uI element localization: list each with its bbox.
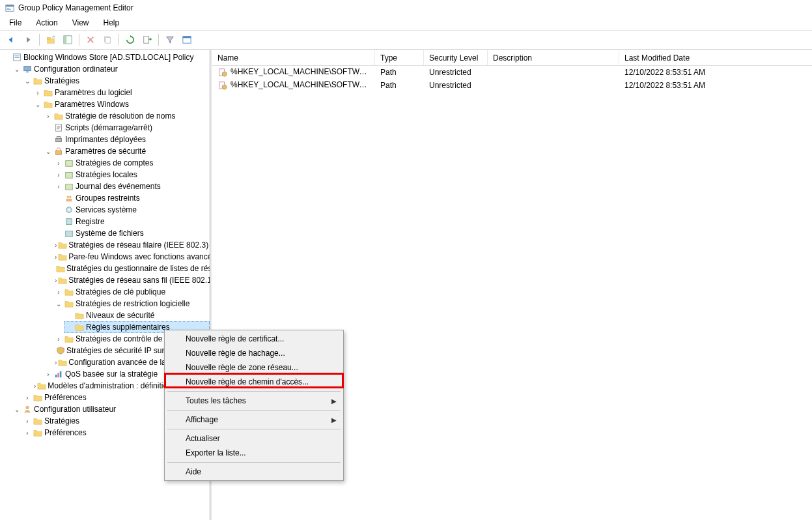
app-icon [5, 3, 14, 12]
col-security[interactable]: Security Level [424, 50, 488, 65]
expand-twisty[interactable]: › [44, 370, 52, 378]
ctx-help[interactable]: Aide [166, 465, 342, 479]
tree-public-key[interactable]: ›Stratégies de clé publique [53, 286, 210, 298]
tree-account-policies[interactable]: ›Stratégies de comptes [53, 157, 210, 169]
tree-firewall[interactable]: ›Pare-feu Windows avec fonctions avancée… [53, 251, 210, 263]
expand-twisty[interactable]: › [34, 382, 36, 390]
menu-action[interactable]: Action [29, 17, 64, 29]
tree-strategies[interactable]: ⌄Stratégies [22, 75, 210, 87]
forward-button[interactable] [21, 33, 35, 47]
col-type[interactable]: Type [375, 50, 424, 65]
filter-button[interactable] [163, 33, 177, 47]
tree-label: Services système [76, 205, 137, 214]
expand-twisty[interactable]: › [55, 182, 63, 190]
col-description[interactable]: Description [488, 50, 619, 65]
expand-twisty[interactable]: › [55, 358, 57, 366]
ctx-separator [167, 429, 341, 429]
tree-root[interactable]: Blocking Windows Store [AD.STD.LOCAL] Po… [1, 51, 210, 63]
expand-twisty[interactable]: › [34, 89, 42, 96]
list-rows: %HKEY_LOCAL_MACHINE\SOFTWARE\... Path Un… [212, 66, 812, 92]
tree-list-manager[interactable]: Stratégies du gestionnaire de listes de … [53, 263, 210, 274]
tree-file-system[interactable]: Système de fichiers [53, 227, 210, 239]
expand-twisty[interactable]: › [55, 335, 63, 343]
ctx-new-hash-rule[interactable]: Nouvelle règle de hachage... [166, 346, 342, 360]
ctx-new-path-rule[interactable]: Nouvelle règle de chemin d'accès... [166, 375, 342, 389]
ctx-new-cert-rule[interactable]: Nouvelle règle de certificat... [166, 332, 342, 346]
cell-name: %HKEY_LOCAL_MACHINE\SOFTWARE\... [212, 80, 375, 91]
expand-twisty[interactable]: › [23, 429, 31, 437]
expand-twisty[interactable]: › [55, 171, 63, 179]
tree-security-settings[interactable]: ⌄Paramètres de sécurité [43, 145, 210, 157]
ctx-all-tasks[interactable]: Toutes les tâches▶ [166, 394, 342, 408]
tree-label: Préférences [44, 393, 87, 402]
tree-computer-config[interactable]: ⌄ Configuration ordinateur [12, 63, 210, 75]
expand-twisty[interactable]: › [44, 112, 52, 120]
tree-restricted-groups[interactable]: Groupes restreints [53, 192, 210, 204]
col-name[interactable]: Name [212, 50, 375, 65]
collapse-twisty[interactable]: ⌄ [55, 300, 63, 308]
tree-wired-network[interactable]: ›Stratégies de réseau filaire (IEEE 802.… [53, 239, 210, 251]
submenu-arrow-icon: ▶ [331, 397, 337, 405]
context-menu: Nouvelle règle de certificat... Nouvelle… [164, 330, 344, 481]
ctx-new-zone-rule[interactable]: Nouvelle règle de zone réseau... [166, 360, 342, 375]
show-hide-tree-button[interactable] [61, 33, 75, 47]
expand-twisty[interactable]: › [55, 241, 57, 249]
up-button[interactable] [44, 33, 58, 47]
printer-icon [53, 134, 64, 145]
tree-name-resolution[interactable]: ›Stratégie de résolution de noms [43, 110, 210, 122]
tree-label: Groupes restreints [76, 194, 140, 203]
tree-software-restriction[interactable]: ⌄Stratégies de restriction logicielle [53, 298, 210, 310]
ctx-export[interactable]: Exporter la liste... [166, 446, 342, 460]
tree-event-log[interactable]: ›Journal des événements [53, 181, 210, 192]
collapse-twisty[interactable]: ⌄ [13, 65, 21, 73]
expand-twisty[interactable]: › [23, 394, 31, 401]
menu-file[interactable]: File [3, 17, 28, 29]
collapse-twisty[interactable]: ⌄ [23, 77, 31, 85]
collapse-twisty[interactable]: ⌄ [44, 147, 52, 155]
help-button[interactable] [180, 33, 194, 47]
copy-button[interactable] [100, 33, 115, 47]
back-button[interactable] [4, 33, 18, 47]
menu-view[interactable]: View [66, 17, 96, 29]
expand-twisty[interactable]: › [55, 288, 63, 296]
ctx-view[interactable]: Affichage▶ [166, 412, 342, 427]
collapse-twisty[interactable]: ⌄ [13, 405, 21, 413]
collapse-twisty[interactable]: ⌄ [34, 100, 42, 108]
tree-system-services[interactable]: Services système [53, 204, 210, 216]
menu-help[interactable]: Help [97, 17, 126, 29]
export-button[interactable] [140, 33, 154, 47]
expand-twisty[interactable]: › [55, 276, 57, 284]
list-row[interactable]: %HKEY_LOCAL_MACHINE\SOFTWARE\... Path Un… [212, 66, 812, 79]
tree-wireless-network[interactable]: ›Stratégies de réseau sans fil (IEEE 802… [53, 274, 210, 286]
tree-label: Préférences [44, 428, 87, 437]
main-area: Blocking Windows Store [AD.STD.LOCAL] Po… [0, 50, 812, 520]
expand-twisty[interactable]: › [55, 253, 57, 261]
blank-twisty [55, 194, 63, 202]
list-row[interactable]: %HKEY_LOCAL_MACHINE\SOFTWARE\... Path Un… [212, 79, 812, 92]
folder-open-icon [64, 298, 74, 309]
delete-button[interactable] [83, 33, 98, 47]
policy-folder-icon [64, 181, 74, 192]
folder-icon [33, 392, 43, 403]
tree-label: Stratégie de résolution de noms [65, 111, 175, 121]
tree-scripts[interactable]: Scripts (démarrage/arrêt) [43, 122, 210, 134]
tree-deployed-printers[interactable]: Imprimantes déployées [43, 134, 210, 145]
tree-security-levels[interactable]: Niveaux de sécurité [64, 310, 210, 321]
tree-label: Stratégies [44, 416, 79, 426]
blank-twisty [55, 218, 63, 225]
expand-twisty[interactable]: › [55, 159, 63, 167]
tree-windows-settings[interactable]: ⌄Paramètres Windows [33, 98, 210, 110]
tree-software-settings[interactable]: ›Paramètres du logiciel [33, 87, 210, 98]
svg-point-37 [222, 72, 227, 76]
ctx-refresh[interactable]: Actualiser [166, 431, 342, 446]
svg-rect-2 [7, 8, 10, 8]
col-date[interactable]: Last Modified Date [619, 50, 763, 65]
tree-local-policies[interactable]: ›Stratégies locales [53, 169, 210, 181]
expand-twisty[interactable]: › [23, 417, 31, 425]
refresh-button[interactable] [123, 33, 137, 47]
svg-rect-34 [60, 371, 62, 378]
svg-rect-15 [15, 57, 20, 58]
svg-point-29 [68, 209, 70, 211]
tree-registry[interactable]: Registre [53, 216, 210, 227]
svg-rect-27 [66, 199, 72, 201]
